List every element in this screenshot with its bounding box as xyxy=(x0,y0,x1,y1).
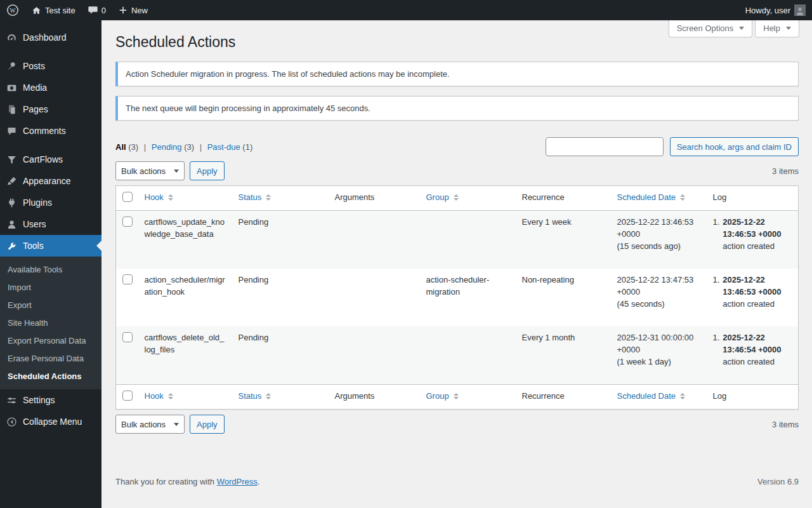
admin-bar-left: W Test site 0 New xyxy=(0,0,154,20)
row-checkbox[interactable] xyxy=(122,217,133,227)
sidebar-item-label: Pages xyxy=(23,104,48,114)
bulk-actions-select[interactable]: Bulk actions xyxy=(115,415,185,434)
wordpress-logo-menu[interactable]: W xyxy=(0,0,25,20)
site-name-menu[interactable]: Test site xyxy=(25,0,82,20)
tablenav-top: Bulk actions Apply 3 items xyxy=(115,161,799,180)
comments-menu[interactable]: 0 xyxy=(82,0,112,20)
hook-cell: cartflows_update_knowledge_base_data xyxy=(138,211,232,269)
filter-pending[interactable]: Pending xyxy=(152,142,182,152)
sort-group-footer[interactable]: Group xyxy=(426,390,459,402)
screen-options-label: Screen Options xyxy=(677,23,734,33)
sidebar-item-label: Media xyxy=(23,83,47,93)
comments-count: 0 xyxy=(102,6,106,15)
footer-version: Version 6.9 xyxy=(757,477,799,486)
scheduled-date-cell: 2025-12-22 13:46:53 +0000(15 seconds ago… xyxy=(611,211,707,269)
table-row: cartflows_update_knowledge_base_data Pen… xyxy=(116,211,799,269)
sort-scheduled-date-header[interactable]: Scheduled Date xyxy=(617,191,686,203)
table-header-row: Hook Status Arguments Group Recurrence S… xyxy=(116,186,799,211)
sort-icon xyxy=(454,194,459,201)
my-account-menu[interactable]: Howdy, user xyxy=(739,0,812,20)
sidebar-item-users[interactable]: Users xyxy=(0,213,102,235)
tools-submenu: Available Tools Import Export Site Healt… xyxy=(0,257,102,389)
main-content: Screen Options Help Scheduled Actions Ac… xyxy=(102,0,812,508)
sidebar-item-appearance[interactable]: Appearance xyxy=(0,170,102,192)
apply-button[interactable]: Apply xyxy=(190,161,225,180)
collapse-menu-button[interactable]: Collapse Menu xyxy=(0,411,102,432)
sidebar-item-cartflows[interactable]: CartFlows xyxy=(0,149,102,170)
bulk-actions-select[interactable]: Bulk actions xyxy=(115,161,185,180)
submenu-item-scheduled-actions[interactable]: Scheduled Actions xyxy=(0,368,102,385)
log-header: Log xyxy=(707,186,799,211)
row-checkbox[interactable] xyxy=(122,274,133,284)
sort-icon xyxy=(168,393,173,399)
sidebar-item-dashboard[interactable]: Dashboard xyxy=(0,27,102,48)
sort-hook-footer[interactable]: Hook xyxy=(145,390,173,402)
comment-icon xyxy=(5,124,18,137)
help-toggle[interactable]: Help xyxy=(755,20,799,37)
status-cell: Pending xyxy=(232,269,329,326)
scheduled-date-cell: 2025-12-22 13:47:53 +0000(45 seconds) xyxy=(611,269,707,326)
search-input[interactable] xyxy=(546,137,664,156)
sort-status-header[interactable]: Status xyxy=(239,191,272,203)
submenu-item-erase-personal-data[interactable]: Erase Personal Data xyxy=(0,350,102,368)
site-name-label: Test site xyxy=(45,6,75,15)
plus-icon xyxy=(119,6,128,15)
sidebar-item-label: Posts xyxy=(23,61,45,71)
items-count: 3 items xyxy=(772,420,799,429)
wordpress-link[interactable]: WordPress xyxy=(217,477,258,486)
search-box: Search hook, args and claim ID xyxy=(546,137,799,156)
log-cell: 1.2025-12-22 13:46:54 +0000action create… xyxy=(707,326,799,385)
footer-thanks: Thank you for creating with WordPress. xyxy=(115,477,259,486)
dashboard-icon xyxy=(5,31,18,44)
submenu-item-export[interactable]: Export xyxy=(0,297,102,314)
submenu-item-site-health[interactable]: Site Health xyxy=(0,314,102,332)
table-row: cartflows_delete_old_log_files Pending E… xyxy=(116,326,799,385)
sidebar-item-media[interactable]: Media xyxy=(0,77,102,98)
filter-all[interactable]: All xyxy=(115,142,126,152)
bulk-actions-select-wrap: Bulk actions xyxy=(115,161,185,180)
sort-hook-header[interactable]: Hook xyxy=(145,191,173,203)
filter-past-due[interactable]: Past-due xyxy=(207,142,240,152)
notice-text: Action Scheduler migration in progress. … xyxy=(126,69,450,79)
howdy-label: Howdy, user xyxy=(745,6,790,15)
sort-group-header[interactable]: Group xyxy=(426,191,459,203)
sidebar-item-label: Tools xyxy=(23,241,44,251)
submenu-item-available-tools[interactable]: Available Tools xyxy=(0,261,102,279)
sidebar-item-tools[interactable]: Tools xyxy=(0,235,102,257)
pin-icon xyxy=(5,60,18,72)
search-button[interactable]: Search hook, args and claim ID xyxy=(670,137,799,156)
row-checkbox[interactable] xyxy=(122,332,133,342)
filter-pending-count: (3) xyxy=(184,142,194,152)
comment-bubble-icon xyxy=(88,6,98,15)
scheduled-actions-table: Hook Status Arguments Group Recurrence S… xyxy=(115,185,799,410)
hook-cell: action_scheduler/migration_hook xyxy=(138,269,232,326)
sidebar-item-pages[interactable]: Pages xyxy=(0,98,102,120)
brush-icon xyxy=(5,175,18,187)
sidebar-item-plugins[interactable]: Plugins xyxy=(0,192,102,213)
sort-icon xyxy=(266,194,271,201)
apply-button[interactable]: Apply xyxy=(190,415,225,434)
submenu-item-import[interactable]: Import xyxy=(0,279,102,297)
sort-scheduled-date-footer[interactable]: Scheduled Date xyxy=(617,390,686,402)
select-all-checkbox[interactable] xyxy=(122,391,133,401)
sidebar-item-comments[interactable]: Comments xyxy=(0,120,102,142)
select-all-checkbox[interactable] xyxy=(122,192,133,202)
screen-options-toggle[interactable]: Screen Options xyxy=(669,20,753,37)
sort-icon xyxy=(680,194,685,201)
sidebar-item-label: Collapse Menu xyxy=(23,417,82,427)
sort-status-footer[interactable]: Status xyxy=(239,390,272,402)
submenu-item-export-personal-data[interactable]: Export Personal Data xyxy=(0,332,102,350)
sidebar-item-settings[interactable]: Settings xyxy=(0,389,102,411)
sidebar-item-label: Settings xyxy=(23,395,55,405)
admin-bar-right: Howdy, user xyxy=(739,0,812,20)
new-content-menu[interactable]: New xyxy=(112,0,154,20)
new-label: New xyxy=(131,6,148,15)
admin-sidebar: Dashboard Posts Media Pages Comments Car… xyxy=(0,20,102,508)
sidebar-item-label: Users xyxy=(23,219,46,229)
sidebar-item-posts[interactable]: Posts xyxy=(0,55,102,77)
plugin-icon xyxy=(5,196,18,209)
arguments-cell xyxy=(329,269,420,326)
screen-meta-links: Screen Options Help xyxy=(669,20,799,37)
sidebar-item-label: Comments xyxy=(23,126,66,136)
table-footer-row: Hook Status Arguments Group Recurrence S… xyxy=(116,385,799,410)
